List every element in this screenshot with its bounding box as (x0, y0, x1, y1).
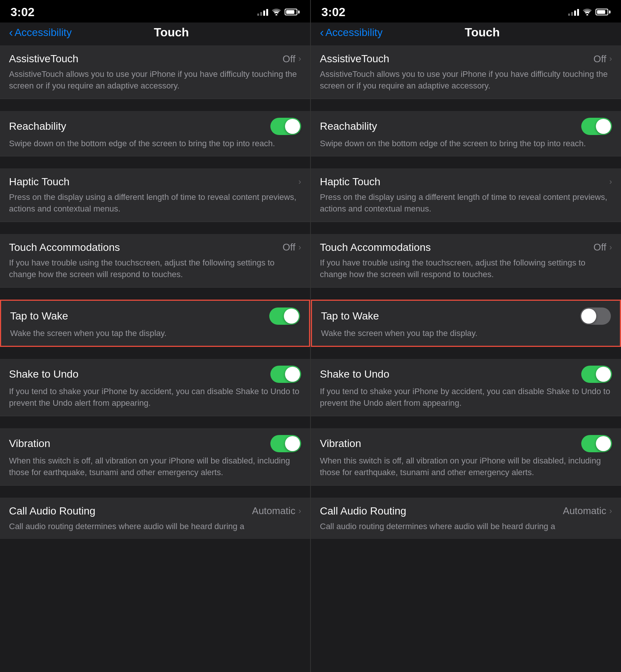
right-status-time: 3:02 (321, 5, 345, 19)
left-haptic-touch-chevron: › (298, 177, 301, 187)
left-shake-to-undo-desc: If you tend to shake your iPhone by acci… (9, 386, 301, 409)
right-back-chevron-icon: ‹ (320, 26, 324, 39)
left-setting-shake-to-undo[interactable]: Shake to Undo If you tend to shake your … (0, 359, 310, 416)
left-touch-accommodations-desc: If you have trouble using the touchscree… (9, 257, 301, 280)
right-haptic-touch-title: Haptic Touch (320, 176, 380, 188)
right-call-audio-routing-desc: Call audio routing determines where audi… (320, 521, 612, 532)
right-haptic-touch-right: › (609, 177, 612, 187)
left-assistivetouch-right: Off › (282, 53, 301, 65)
left-vibration-title: Vibration (9, 438, 50, 450)
left-shake-to-undo-toggle[interactable] (270, 366, 301, 383)
left-back-button[interactable]: ‹ Accessibility (9, 26, 72, 39)
left-status-icons (257, 8, 300, 16)
left-reachability-title: Reachability (9, 120, 66, 132)
left-setting-tap-to-wake[interactable]: Tap to Wake Wake the screen when you tap… (0, 300, 310, 347)
right-reachability-toggle[interactable] (581, 118, 612, 135)
right-assistivetouch-chevron: › (609, 54, 612, 64)
right-touch-accommodations-right: Off › (593, 242, 612, 253)
left-tap-to-wake-desc: Wake the screen when you tap the display… (10, 328, 300, 339)
right-setting-shake-to-undo[interactable]: Shake to Undo If you tend to shake your … (311, 359, 621, 416)
left-call-audio-routing-title: Call Audio Routing (9, 505, 95, 517)
left-call-audio-routing-desc: Call audio routing determines where audi… (9, 521, 301, 532)
left-call-audio-routing-right: Automatic › (252, 505, 301, 517)
right-status-bar: 3:02 (311, 0, 621, 22)
right-haptic-touch-chevron: › (609, 177, 612, 187)
left-back-chevron-icon: ‹ (9, 26, 13, 39)
left-setting-assistivetouch[interactable]: AssistiveTouch Off › AssistiveTouch allo… (0, 45, 310, 99)
left-status-time: 3:02 (10, 5, 34, 19)
left-nav-title: Touch (72, 26, 271, 39)
right-signal-icon (568, 8, 579, 16)
left-assistivetouch-chevron: › (298, 54, 301, 64)
left-tap-to-wake-title: Tap to Wake (10, 310, 68, 322)
left-setting-vibration[interactable]: Vibration When this switch is off, all v… (0, 428, 310, 486)
svg-point-1 (586, 14, 588, 16)
left-nav-header: ‹ Accessibility Touch (0, 22, 310, 45)
left-assistivetouch-desc: AssistiveTouch allows you to use your iP… (9, 69, 301, 92)
right-reachability-desc: Swipe down on the bottom edge of the scr… (320, 138, 612, 150)
left-reachability-toggle[interactable] (270, 118, 301, 135)
left-phone: 3:02 (0, 0, 310, 672)
right-back-label: Accessibility (326, 27, 382, 39)
right-setting-assistivetouch[interactable]: AssistiveTouch Off › AssistiveTouch allo… (311, 45, 621, 99)
right-call-audio-routing-right: Automatic › (563, 505, 612, 517)
right-call-audio-routing-chevron: › (609, 506, 612, 516)
right-shake-to-undo-toggle[interactable] (581, 366, 612, 383)
right-haptic-touch-desc: Press on the display using a different l… (320, 192, 612, 215)
right-touch-accommodations-desc: If you have trouble using the touchscree… (320, 257, 612, 280)
left-haptic-touch-desc: Press on the display using a different l… (9, 192, 301, 215)
left-battery-icon (285, 9, 300, 15)
left-tap-to-wake-toggle[interactable] (269, 308, 300, 325)
left-setting-call-audio-routing[interactable]: Call Audio Routing Automatic › Call audi… (0, 498, 310, 539)
right-vibration-toggle[interactable] (581, 435, 612, 452)
right-assistivetouch-title: AssistiveTouch (320, 53, 389, 65)
right-touch-accommodations-title: Touch Accommodations (320, 242, 431, 254)
right-setting-call-audio-routing[interactable]: Call Audio Routing Automatic › Call audi… (311, 498, 621, 539)
left-touch-accommodations-right: Off › (282, 242, 301, 253)
right-shake-to-undo-desc: If you tend to shake your iPhone by acci… (320, 386, 612, 409)
left-touch-accommodations-chevron: › (298, 243, 301, 252)
right-tap-to-wake-desc: Wake the screen when you tap the display… (321, 328, 611, 339)
left-assistivetouch-title: AssistiveTouch (9, 53, 78, 65)
right-touch-accommodations-chevron: › (609, 243, 612, 252)
right-setting-haptic-touch[interactable]: Haptic Touch › Press on the display usin… (311, 168, 621, 222)
right-vibration-title: Vibration (320, 438, 361, 450)
right-status-icons (568, 8, 610, 16)
right-shake-to-undo-title: Shake to Undo (320, 368, 389, 380)
left-reachability-desc: Swipe down on the bottom edge of the scr… (9, 138, 301, 150)
left-setting-reachability[interactable]: Reachability Swipe down on the bottom ed… (0, 111, 310, 157)
left-setting-haptic-touch[interactable]: Haptic Touch › Press on the display usin… (0, 168, 310, 222)
left-shake-to-undo-title: Shake to Undo (9, 368, 78, 380)
right-setting-vibration[interactable]: Vibration When this switch is off, all v… (311, 428, 621, 486)
left-setting-touch-accommodations[interactable]: Touch Accommodations Off › If you have t… (0, 234, 310, 288)
left-status-bar: 3:02 (0, 0, 310, 22)
left-haptic-touch-title: Haptic Touch (9, 176, 69, 188)
left-wifi-icon (272, 9, 281, 15)
left-vibration-toggle[interactable] (270, 435, 301, 452)
left-vibration-desc: When this switch is off, all vibration o… (9, 455, 301, 478)
svg-point-0 (276, 14, 278, 16)
right-wifi-icon (583, 9, 592, 15)
right-assistivetouch-desc: AssistiveTouch allows you to use your iP… (320, 69, 612, 92)
right-tap-to-wake-toggle[interactable] (580, 308, 611, 325)
right-settings-content: AssistiveTouch Off › AssistiveTouch allo… (311, 45, 621, 672)
left-signal-icon (257, 8, 268, 16)
right-phone: 3:02 (311, 0, 621, 672)
left-back-label: Accessibility (15, 27, 72, 39)
right-tap-to-wake-title: Tap to Wake (321, 310, 379, 322)
right-setting-tap-to-wake[interactable]: Tap to Wake Wake the screen when you tap… (311, 300, 621, 347)
right-setting-touch-accommodations[interactable]: Touch Accommodations Off › If you have t… (311, 234, 621, 288)
right-back-button[interactable]: ‹ Accessibility (320, 26, 382, 39)
left-haptic-touch-right: › (298, 177, 301, 187)
right-battery-icon (596, 9, 610, 15)
left-settings-content: AssistiveTouch Off › AssistiveTouch allo… (0, 45, 310, 672)
left-call-audio-routing-chevron: › (298, 506, 301, 516)
right-setting-reachability[interactable]: Reachability Swipe down on the bottom ed… (311, 111, 621, 157)
right-nav-header: ‹ Accessibility Touch (311, 22, 621, 45)
right-nav-title: Touch (382, 26, 582, 39)
right-call-audio-routing-title: Call Audio Routing (320, 505, 406, 517)
phones-container: 3:02 (0, 0, 621, 672)
right-assistivetouch-right: Off › (593, 53, 612, 65)
right-vibration-desc: When this switch is off, all vibration o… (320, 455, 612, 478)
right-reachability-title: Reachability (320, 120, 377, 132)
